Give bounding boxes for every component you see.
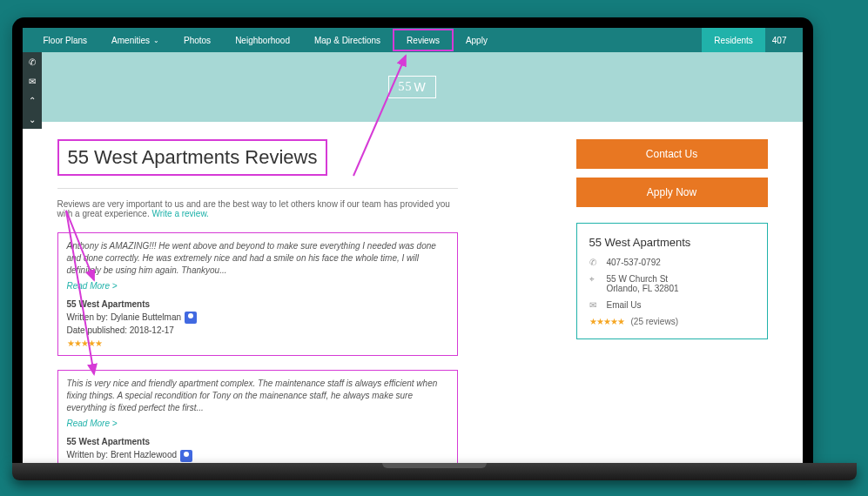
sub-header: 55W (23, 52, 803, 122)
phone-icon: ✆ (589, 258, 600, 267)
logo-letter: W (414, 80, 426, 94)
avatar-icon (180, 450, 192, 462)
nav-map[interactable]: Map & Directions (302, 28, 393, 52)
contact-us-button[interactable]: Contact Us (576, 139, 768, 169)
page-title: 55 West Apartments Reviews (57, 139, 328, 176)
review-card: This is very nice and friendly apartment… (57, 370, 458, 463)
chevron-down-icon[interactable]: ⌄ (23, 110, 42, 129)
mail-icon: ✉ (589, 300, 600, 310)
map-pin-icon: ⌖ (589, 274, 600, 285)
nav-reviews[interactable]: Reviews (393, 29, 454, 51)
info-phone[interactable]: ✆ 407-537-0792 (589, 258, 755, 267)
phone-icon[interactable]: ✆ (23, 52, 42, 71)
logo-number: 55 (398, 80, 412, 94)
nav-amenities[interactable]: Amenities⌄ (99, 28, 172, 52)
info-address: ⌖ 55 W Church StOrlando, FL 32801 (589, 274, 755, 293)
intro-text: Reviews are very important to us and are… (57, 188, 458, 218)
review-property: 55 West Apartments (67, 435, 448, 448)
nav-neighborhood[interactable]: Neighborhood (223, 28, 302, 52)
chevron-up-icon[interactable]: ⌃ (23, 90, 42, 110)
read-more-link[interactable]: Read More > (67, 419, 118, 428)
top-navigation: Floor Plans Amenities⌄ Photos Neighborho… (23, 28, 803, 52)
nav-photos[interactable]: Photos (172, 28, 223, 52)
side-widget: ✆ ✉ ⌃ ⌄ (23, 52, 42, 129)
mail-icon[interactable]: ✉ (23, 71, 42, 90)
review-text: Anthony is AMAZING!!! He went above and … (67, 240, 448, 277)
nav-floor-plans[interactable]: Floor Plans (31, 28, 100, 52)
property-info-card: 55 West Apartments ✆ 407-537-0792 ⌖ 55 W… (576, 223, 768, 339)
star-rating: ★★★★★ (589, 317, 624, 326)
phone-fragment: 407 (765, 36, 794, 45)
nav-apply[interactable]: Apply (454, 28, 500, 52)
apply-now-button[interactable]: Apply Now (576, 178, 768, 207)
logo[interactable]: 55W (388, 76, 435, 98)
review-author-line: Written by: Brent Hazlewood (67, 448, 448, 461)
write-review-link[interactable]: Write a review. (151, 209, 208, 218)
aggregate-rating: ★★★★★ (25 reviews) (589, 317, 755, 326)
review-text: This is very nice and friendly apartment… (67, 378, 448, 414)
avatar-icon (185, 312, 197, 324)
review-author-line: Written by: Dylanie Buttelman (67, 311, 448, 324)
star-rating: ★★★★★ (67, 338, 448, 348)
review-property: 55 West Apartments (67, 298, 448, 311)
info-email[interactable]: ✉ Email Us (589, 300, 755, 310)
laptop-base (12, 463, 857, 480)
chevron-down-icon: ⌄ (153, 37, 159, 44)
read-more-link[interactable]: Read More > (67, 281, 118, 291)
property-name: 55 West Apartments (589, 236, 755, 249)
review-card: Anthony is AMAZING!!! He went above and … (57, 232, 458, 356)
residents-button[interactable]: Residents (702, 28, 764, 52)
review-date-line: Date published: 2018-12-17 (67, 324, 448, 337)
